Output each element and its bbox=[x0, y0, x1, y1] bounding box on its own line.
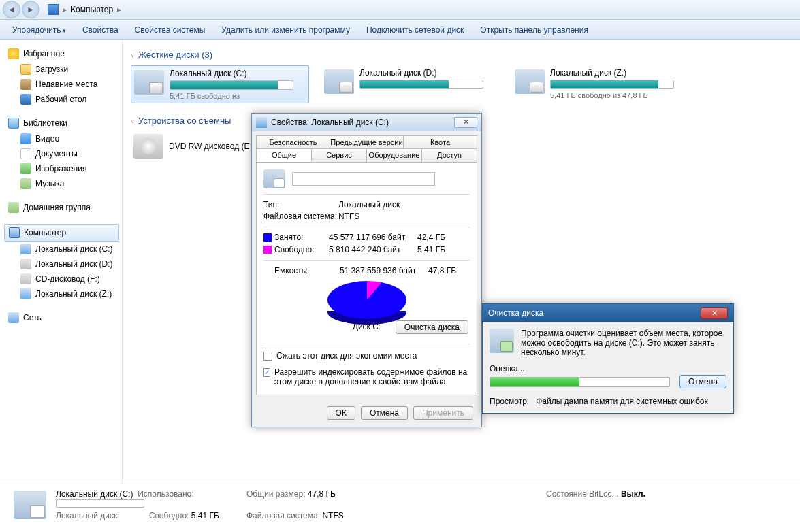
type-label: Тип: bbox=[263, 200, 338, 210]
type-value: Локальный диск bbox=[338, 200, 470, 210]
cleanup-message: Программа очистки оценивает объем места,… bbox=[521, 329, 726, 357]
status-kind: Локальный диск bbox=[56, 511, 117, 520]
libraries-group[interactable]: Библиотеки bbox=[4, 115, 122, 131]
dvd-label: DVD RW дисковод (E bbox=[169, 142, 250, 151]
status-drive-name: Локальный диск (C:) bbox=[56, 489, 133, 499]
collapse-icon: ▿ bbox=[131, 51, 134, 59]
view-label: Просмотр: bbox=[490, 397, 529, 406]
cancel-button[interactable]: Отмена bbox=[361, 406, 408, 420]
breadcrumb-root[interactable]: Компьютер bbox=[71, 5, 113, 14]
status-fs-value: NTFS bbox=[322, 511, 343, 520]
collapse-icon: ▿ bbox=[131, 117, 134, 124]
drive-icon bbox=[515, 69, 545, 94]
label: Видео bbox=[35, 134, 59, 144]
close-button[interactable]: ✕ bbox=[454, 117, 477, 128]
used-bytes: 45 577 117 696 байт bbox=[329, 233, 417, 242]
computer-icon bbox=[48, 4, 59, 15]
hard-drives-header[interactable]: ▿Жесткие диски (3) bbox=[131, 47, 792, 65]
sidebar-item-images[interactable]: Изображения bbox=[4, 161, 122, 176]
sidebar-item-drive-z[interactable]: Локальный диск (Z:) bbox=[4, 286, 122, 301]
label: Сеть bbox=[23, 313, 42, 322]
sidebar-item-music[interactable]: Музыка bbox=[4, 176, 122, 191]
compress-checkbox[interactable] bbox=[263, 352, 272, 361]
disk-cleanup-button[interactable]: Очистка диска bbox=[396, 320, 468, 334]
uninstall-button[interactable]: Удалить или изменить программу bbox=[214, 23, 357, 37]
drive-d[interactable]: Локальный диск (D:) bbox=[321, 65, 500, 103]
capacity-label: Емкость: bbox=[274, 266, 340, 276]
usage-bar bbox=[359, 80, 483, 89]
cd-icon bbox=[20, 273, 31, 284]
drive-c[interactable]: Локальный диск (C:) 5,41 ГБ свободно из bbox=[131, 65, 309, 103]
computer-group[interactable]: Компьютер bbox=[4, 224, 119, 242]
nav-back-button[interactable]: ◄ bbox=[3, 1, 20, 18]
sidebar-item-drive-d[interactable]: Локальный диск (D:) bbox=[4, 256, 122, 271]
tab-previous-versions[interactable]: Предыдущие версии bbox=[330, 135, 404, 148]
dialog-titlebar[interactable]: Свойства: Локальный диск (C:) ✕ bbox=[252, 114, 481, 131]
nav-forward-button[interactable]: ► bbox=[22, 1, 39, 18]
label: Изображения bbox=[35, 164, 86, 173]
drive-z[interactable]: Локальный диск (Z:) 5,41 ГБ свободно из … bbox=[512, 65, 690, 103]
properties-button[interactable]: Свойства bbox=[76, 23, 125, 37]
map-drive-button[interactable]: Подключить сетевой диск bbox=[359, 23, 470, 37]
tab-security[interactable]: Безопасность bbox=[256, 135, 330, 148]
label: Домашняя группа bbox=[23, 203, 91, 212]
sidebar-item-drive-c[interactable]: Локальный диск (C:) bbox=[4, 242, 122, 256]
tab-general[interactable]: Общие bbox=[256, 148, 312, 162]
breadcrumb-sep: ▸ bbox=[117, 5, 121, 14]
tab-quota[interactable]: Квота bbox=[404, 135, 477, 148]
dialog-title: Очистка диска bbox=[488, 308, 543, 318]
label: Музыка bbox=[35, 179, 64, 188]
sidebar-item-desktop[interactable]: Рабочий стол bbox=[4, 92, 122, 107]
used-swatch bbox=[263, 233, 272, 242]
free-label: Свободно: bbox=[274, 245, 329, 254]
organize-menu[interactable]: Упорядочить bbox=[5, 23, 73, 37]
sidebar-item-documents[interactable]: Документы bbox=[4, 146, 122, 161]
tab-tools[interactable]: Сервис bbox=[312, 148, 367, 162]
free-bytes: 5 810 442 240 байт bbox=[329, 245, 417, 254]
sidebar-item-video[interactable]: Видео bbox=[4, 131, 122, 146]
status-used-label: Использовано: bbox=[138, 489, 193, 499]
network-group[interactable]: Сеть bbox=[4, 310, 122, 326]
tab-hardware[interactable]: Оборудование bbox=[367, 148, 422, 162]
status-bitlocker-label: Состояние BitLoc... bbox=[546, 489, 619, 499]
cancel-button[interactable]: Отмена bbox=[679, 375, 726, 388]
cleanup-icon bbox=[490, 329, 514, 353]
close-button[interactable]: ✕ bbox=[701, 307, 728, 319]
images-icon bbox=[20, 163, 31, 174]
control-panel-button[interactable]: Открыть панель управления bbox=[473, 23, 595, 37]
favorites-group[interactable]: Избранное bbox=[4, 46, 122, 62]
drive-name: Локальный диск (Z:) bbox=[550, 68, 688, 78]
sidebar-item-recent[interactable]: Недавние места bbox=[4, 77, 122, 92]
apply-button[interactable]: Применить bbox=[413, 406, 473, 420]
drive-label-input[interactable] bbox=[292, 172, 435, 186]
system-properties-button[interactable]: Свойства системы bbox=[128, 23, 212, 37]
label: Библиотеки bbox=[23, 118, 67, 128]
sidebar-item-downloads[interactable]: Загрузки bbox=[4, 62, 122, 77]
status-bitlocker-value: Выкл. bbox=[621, 489, 645, 499]
usage-bar bbox=[170, 80, 293, 90]
documents-icon bbox=[20, 148, 31, 159]
free-gb: 5,41 ГБ bbox=[417, 245, 458, 254]
compress-label: Сжать этот диск для экономии места bbox=[276, 351, 417, 361]
tab-body-general: Тип:Локальный диск Файловая система:NTFS… bbox=[256, 162, 477, 395]
index-checkbox[interactable]: ✓ bbox=[263, 368, 270, 377]
label: Локальный диск (C:) bbox=[35, 244, 113, 254]
drive-icon bbox=[324, 69, 354, 94]
drive-icon bbox=[14, 491, 46, 519]
library-icon bbox=[8, 118, 19, 129]
status-size-value: 47,8 ГБ bbox=[308, 489, 336, 499]
sidebar-item-drive-cd[interactable]: CD-дисковод (F:) bbox=[4, 271, 122, 286]
ok-button[interactable]: ОК bbox=[327, 406, 355, 420]
tab-sharing[interactable]: Доступ bbox=[422, 148, 477, 162]
dialog-titlebar[interactable]: Очистка диска ✕ bbox=[483, 304, 733, 322]
index-label: Разрешить индексировать содержимое файло… bbox=[274, 367, 470, 386]
address-bar[interactable]: ▸ Компьютер ▸ bbox=[48, 4, 121, 15]
used-label: Занято: bbox=[274, 233, 329, 242]
star-icon bbox=[8, 48, 19, 59]
label: CD-дисковод (F:) bbox=[35, 274, 100, 284]
label: Рабочий стол bbox=[35, 95, 86, 104]
progress-bar bbox=[490, 377, 670, 387]
computer-icon bbox=[9, 227, 20, 238]
homegroup-group[interactable]: Домашняя группа bbox=[4, 199, 122, 216]
label: Недавние места bbox=[35, 80, 97, 89]
